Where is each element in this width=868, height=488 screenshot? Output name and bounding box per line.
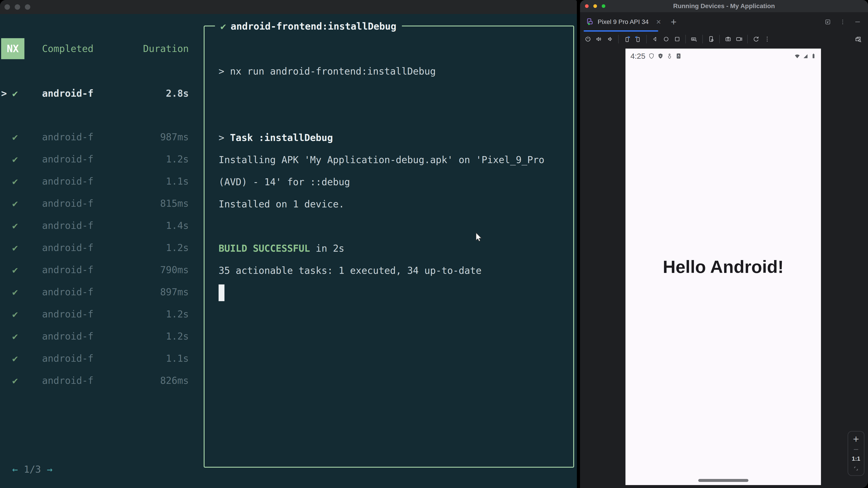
task-list-headers: Completed Duration (42, 38, 189, 59)
task-row[interactable]: ✔android-f1.2s (0, 325, 189, 348)
terminal-line: BUILD SUCCESSFUL in 2s (219, 237, 564, 260)
fit-screen-button[interactable] (852, 465, 860, 473)
task-row[interactable]: ✔android-f897ms (0, 281, 189, 303)
layout-inspect-icon (855, 35, 862, 43)
terminal-output: > nx run android-frontend:installDebug >… (205, 26, 573, 304)
layout-inspect-button[interactable] (852, 33, 864, 44)
pagination: ← 1/3 → (12, 461, 53, 477)
tab-label: Pixel 9 Pro API 34 (598, 18, 649, 26)
task-row[interactable]: ✔android-f826ms (0, 369, 189, 392)
task-output-title-label: android-frontend:installDebug (230, 15, 396, 37)
device-phone-icon (585, 18, 594, 26)
task-duration: 1.2s (166, 148, 189, 170)
toolbar-separator (685, 35, 686, 43)
terminal-line: (AVD) - 14' for ::debug (219, 171, 564, 193)
terminal-line: Installed on 1 device. (219, 193, 564, 215)
overview-icon[interactable] (672, 34, 683, 45)
new-tab-button[interactable]: + (671, 12, 677, 32)
task-row[interactable]: ✔android-f1.2s (0, 237, 189, 259)
mouse-cursor (473, 231, 485, 243)
running-devices-window: Running Devices - My Application Pixel 9… (580, 0, 868, 488)
check-icon: ✔ (12, 148, 18, 170)
restart-icon[interactable] (750, 34, 762, 45)
keyboard-input-icon[interactable] (688, 34, 700, 45)
fit-screen-icon (852, 465, 860, 472)
actual-size-button[interactable]: 1:1 (852, 455, 860, 462)
task-row[interactable]: ✔android-f1.2s (0, 303, 189, 325)
window-title: Running Devices - My Application (580, 0, 868, 12)
chevron-right-icon: > (1, 83, 7, 105)
volume-down-icon[interactable] (604, 34, 616, 45)
task-name: android-f (42, 259, 94, 281)
hide-window-icon[interactable] (853, 18, 862, 26)
task-row[interactable]: ✔android-f1.1s (0, 170, 189, 193)
check-icon: ✔ (12, 325, 18, 348)
emulator-display[interactable]: 4:25 A Hello Android! (625, 48, 821, 485)
power-icon[interactable] (582, 34, 593, 45)
task-name: android-f (42, 148, 94, 170)
check-icon: ✔ (12, 170, 18, 193)
more-vertical-icon[interactable] (838, 18, 847, 26)
check-icon: ✔ (220, 15, 226, 37)
screenshot-icon[interactable] (722, 34, 734, 45)
task-row[interactable]: ✔android-f1.1s (0, 348, 189, 369)
check-icon: ✔ (12, 348, 18, 369)
terminal-line (219, 105, 564, 127)
task-name: android-f (42, 126, 94, 148)
page-indicator: 1/3 (24, 464, 41, 475)
home-icon[interactable] (660, 34, 672, 45)
check-icon: ✔ (12, 259, 18, 281)
task-row[interactable]: ✔android-f1.4s (0, 215, 189, 237)
terminal-line: 35 actionable tasks: 1 executed, 34 up-t… (219, 260, 564, 282)
prev-page-arrow[interactable]: ← (12, 464, 18, 475)
tab-close-icon[interactable]: ✕ (656, 18, 661, 26)
task-row[interactable]: ✔android-f790ms (0, 259, 189, 281)
tab-pixel-9-pro[interactable]: Pixel 9 Pro API 34 ✕ (584, 12, 663, 32)
screen-record-icon[interactable] (734, 34, 745, 45)
rotate-right-icon[interactable] (632, 34, 644, 45)
app-greeting-text: Hello Android! (625, 48, 821, 485)
device-settings-icon[interactable] (706, 34, 717, 45)
task-duration: 815ms (160, 193, 189, 215)
ide-titlebar: Running Devices - My Application (580, 0, 868, 12)
task-name: android-f (42, 348, 94, 369)
task-name: android-f (42, 325, 94, 348)
zoom-in-button[interactable]: + (853, 434, 859, 444)
dock-window-icon[interactable] (823, 18, 832, 26)
check-icon: ✔ (12, 126, 18, 148)
task-name: android-f (42, 281, 94, 303)
toolbar-separator (702, 35, 703, 43)
more-options-icon[interactable] (762, 34, 773, 45)
task-row[interactable]: ✔android-f815ms (0, 193, 189, 215)
rotate-left-icon[interactable] (621, 34, 632, 45)
zoom-out-button[interactable]: − (853, 446, 859, 453)
zoom-controls: + − 1:1 (848, 431, 864, 476)
minimize-button[interactable] (15, 4, 20, 10)
terminal-line (219, 215, 564, 237)
check-icon: ✔ (12, 193, 18, 215)
gesture-navigation-pill[interactable] (698, 479, 748, 482)
back-icon[interactable] (649, 34, 660, 45)
task-row[interactable]: ✔android-f987ms (0, 126, 189, 148)
toolbar-separator (747, 35, 748, 43)
task-name: android-f (42, 215, 94, 237)
maximize-button[interactable] (25, 4, 30, 10)
terminal-line (219, 282, 564, 304)
task-duration: 1.2s (166, 303, 189, 325)
volume-up-icon[interactable] (593, 34, 604, 45)
task-output-panel: ✔ android-frontend:installDebug > nx run… (204, 26, 574, 468)
task-duration: 1.1s (166, 170, 189, 193)
task-duration: 987ms (160, 126, 189, 148)
close-button[interactable] (4, 4, 10, 10)
terminal-titlebar (0, 0, 577, 14)
check-icon: ✔ (12, 281, 18, 303)
task-name: android-f (42, 237, 94, 259)
task-duration: 1.2s (166, 325, 189, 348)
next-page-arrow[interactable]: → (47, 464, 53, 475)
task-duration: 1.1s (166, 348, 189, 369)
check-icon: ✔ (12, 215, 18, 237)
task-row[interactable]: ✔android-f1.2s (0, 148, 189, 170)
toolbar-separator (618, 35, 619, 43)
selected-task-row[interactable]: > ✔ android-f 2.8s (0, 83, 189, 105)
task-name: android-f (42, 193, 94, 215)
